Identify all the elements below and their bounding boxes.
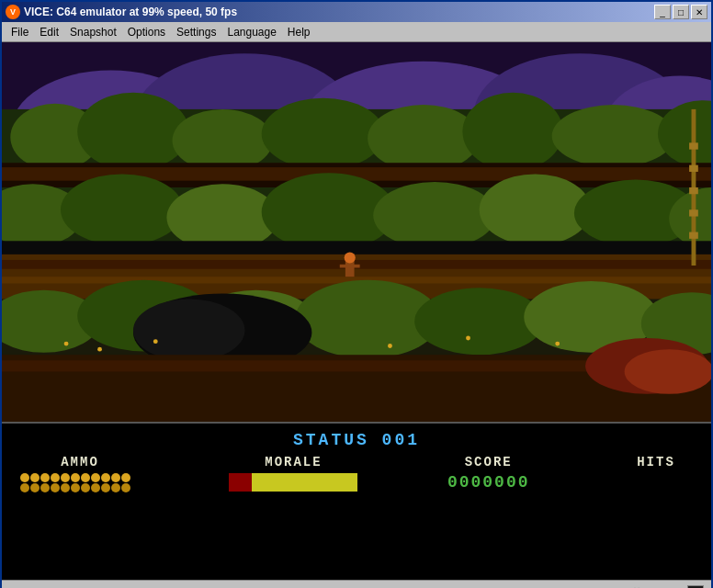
morale-section: MORALE — [229, 455, 357, 492]
menu-file[interactable]: File — [6, 24, 34, 40]
morale-bar-fill — [252, 473, 357, 492]
menu-language[interactable]: Language — [221, 24, 281, 40]
menu-bar: File Edit Snapshot Options Settings Lang… — [2, 22, 711, 42]
ammo-dot — [51, 483, 60, 492]
window-title: VICE: C64 emulator at 99% speed, 50 fps — [24, 6, 237, 18]
ammo-dot — [61, 473, 70, 482]
svg-point-12 — [368, 105, 480, 172]
ammo-dot — [91, 473, 100, 482]
ammo-dot — [121, 473, 130, 482]
ammo-dot — [20, 483, 29, 492]
ammo-dot — [111, 473, 120, 482]
svg-point-57 — [388, 344, 392, 348]
hits-label: HITS — [637, 455, 675, 469]
score-value: 0000000 — [447, 473, 530, 492]
app-icon: V — [6, 5, 20, 19]
window-controls: _ □ ✕ — [654, 5, 707, 19]
ammo-dot — [81, 483, 90, 492]
ammo-dot — [101, 483, 110, 492]
hits-section: HITS — [619, 455, 693, 473]
ammo-display — [20, 473, 140, 492]
menu-help[interactable]: Help — [282, 24, 316, 40]
ammo-dot — [71, 483, 80, 492]
bottom-status-bar: Joystick: ⠿ 8: 18.0 — [2, 580, 711, 588]
ammo-dot — [61, 483, 70, 492]
title-left: V VICE: C64 emulator at 99% speed, 50 fp… — [6, 5, 237, 19]
ammo-dot — [121, 483, 130, 492]
svg-rect-49 — [689, 142, 698, 149]
svg-point-13 — [462, 93, 562, 171]
menu-edit[interactable]: Edit — [34, 24, 64, 40]
morale-bar-red — [229, 473, 252, 492]
svg-point-58 — [466, 336, 470, 341]
menu-settings[interactable]: Settings — [171, 24, 221, 40]
minimize-button[interactable]: _ — [654, 5, 671, 19]
svg-point-20 — [61, 174, 184, 245]
maximize-button[interactable]: □ — [673, 5, 689, 19]
morale-bar-background — [229, 473, 357, 492]
svg-point-11 — [262, 98, 385, 170]
svg-point-47 — [625, 349, 711, 394]
svg-rect-45 — [340, 265, 360, 268]
svg-point-23 — [373, 182, 496, 249]
ammo-dot — [71, 473, 80, 482]
ammo-label: AMMO — [61, 455, 99, 469]
svg-point-59 — [555, 342, 560, 346]
joystick-square — [687, 585, 704, 588]
ammo-dot — [81, 473, 90, 482]
menu-snapshot[interactable]: Snapshot — [64, 24, 122, 40]
title-bar: V VICE: C64 emulator at 99% speed, 50 fp… — [2, 2, 711, 22]
ammo-dot — [40, 483, 50, 492]
ammo-dot — [91, 483, 100, 492]
menu-options[interactable]: Options — [122, 24, 171, 40]
svg-rect-50 — [689, 165, 698, 172]
svg-point-14 — [552, 105, 675, 167]
ammo-section: AMMO — [20, 455, 140, 492]
svg-point-55 — [97, 347, 102, 352]
score-label: SCORE — [465, 455, 513, 469]
ammo-dot — [51, 473, 60, 482]
close-button[interactable]: ✕ — [691, 5, 707, 19]
main-content: STATUS 001 AMMO — [2, 42, 711, 580]
ammo-dot — [20, 473, 29, 482]
ammo-dot — [30, 483, 40, 492]
ammo-dot — [40, 473, 50, 482]
svg-point-44 — [345, 252, 356, 263]
app-window: V VICE: C64 emulator at 99% speed, 50 fp… — [0, 0, 713, 588]
svg-rect-53 — [689, 232, 698, 239]
svg-point-40 — [133, 299, 245, 361]
status-panel: STATUS 001 AMMO — [2, 424, 711, 580]
morale-label: MORALE — [265, 455, 322, 469]
game-display — [2, 42, 711, 422]
svg-point-9 — [77, 93, 189, 171]
game-viewport — [2, 42, 711, 422]
svg-point-10 — [173, 109, 273, 172]
ammo-dot — [101, 473, 110, 482]
status-row: AMMO — [20, 455, 693, 492]
ammo-dot — [30, 473, 40, 482]
svg-rect-51 — [689, 187, 698, 194]
score-section: SCORE 0000000 — [447, 455, 530, 492]
svg-rect-52 — [689, 209, 698, 216]
svg-point-54 — [64, 342, 69, 346]
svg-point-56 — [153, 339, 158, 344]
svg-point-24 — [480, 174, 592, 245]
status-title: STATUS 001 — [293, 431, 420, 449]
ammo-dot — [111, 483, 120, 492]
morale-bar-container — [229, 473, 357, 492]
